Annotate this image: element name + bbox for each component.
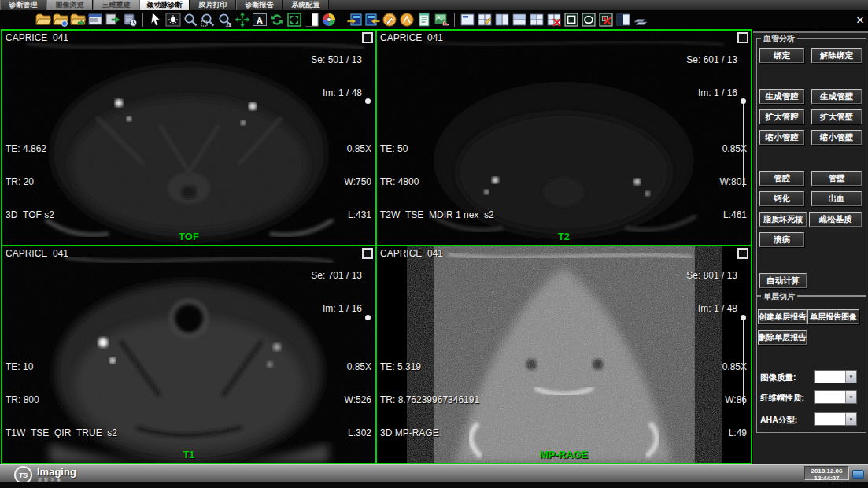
roi-remove-icon[interactable] [598,12,614,28]
generate-wall-button[interactable]: 生成管壁 [811,89,862,104]
toolbar: x2A [0,10,868,28]
series-info: Se: 701 / 13 Im: 1 / 16 [311,248,362,336]
image-label: Im: 1 / 16 [311,303,362,314]
image-quality-select[interactable]: ▼ [814,370,857,383]
hemorrhage-button[interactable]: 出血 [811,191,862,206]
fit-screen-icon[interactable] [286,12,302,28]
viewport-checkbox[interactable] [737,32,748,43]
measure-angle-icon[interactable] [399,12,415,28]
series-info: Se: 601 / 13 Im: 1 / 16 [686,32,737,120]
chevron-down-icon[interactable]: ▼ [845,371,856,383]
tab-film-print[interactable]: 胶片打印 [190,0,236,10]
unbind-button[interactable]: 解除绑定 [811,48,862,63]
worklist-icon[interactable] [87,12,103,28]
svg-text:x2: x2 [226,22,232,28]
layout-vertical-icon[interactable] [494,12,510,28]
viewport-t2[interactable]: CAPRICE 041 Se: 601 / 13 Im: 1 / 16 TE: … [377,31,751,245]
aha-type-value [815,413,845,425]
delete-slice-report-button[interactable]: 删除单层报告 [758,330,807,345]
roi-rect-icon[interactable] [563,12,579,28]
layout-split-icon[interactable] [615,12,631,28]
ulcer-button[interactable]: 溃疡 [759,232,804,247]
series-info: Se: 801 / 13 Im: 1 / 48 [686,248,737,336]
svg-text:A: A [257,15,263,24]
folder-patient-icon[interactable] [53,12,68,28]
measure-length-icon[interactable] [382,12,397,28]
layout-single-icon[interactable] [460,12,475,28]
invert-icon[interactable] [304,12,319,28]
import-series-icon[interactable] [347,12,363,28]
zoom-2x-icon[interactable]: x2 [217,12,233,28]
loose-matrix-button[interactable]: 疏松基质 [809,212,862,227]
create-slice-report-button[interactable]: 创建单层报告 [758,309,807,324]
layout-remove-icon[interactable] [546,12,562,28]
generate-lumen-button[interactable]: 生成管腔 [759,89,804,104]
calcification-button[interactable]: 钙化 [759,191,804,206]
single-slice-group: 单层切片 创建单层报告 单层报告图像 删除单层报告 图像质量: ▼ 纤维帽性质:… [756,296,866,433]
report-icon[interactable] [416,12,432,28]
image-scroll-slider[interactable] [743,318,744,405]
viewport-checkbox[interactable] [362,248,373,259]
fibrous-cap-select[interactable]: ▼ [814,390,857,404]
viewport-tof[interactable]: CAPRICE 041 Se: 501 / 13 Im: 1 / 48 TE: … [2,31,375,245]
chevron-down-icon[interactable]: ▼ [845,413,856,425]
export-patient-icon[interactable] [105,12,120,28]
viewport-checkbox[interactable] [362,32,373,43]
annotation-icon[interactable]: A [252,12,268,28]
toolbar-separator [142,13,143,27]
image-scroll-slider[interactable] [368,318,368,405]
wall-button[interactable]: 管壁 [811,171,862,186]
export-series-icon[interactable] [364,12,380,28]
auto-calculate-button[interactable]: 自动计算 [759,273,807,288]
folder-import-icon[interactable] [70,12,86,28]
chevron-down-icon[interactable]: ▼ [845,391,856,403]
film-icon[interactable] [633,12,648,28]
aha-type-select[interactable]: ▼ [814,412,857,426]
lipid-core-button[interactable]: 脂质坏死核 [759,212,807,227]
tab-image-browse[interactable]: 图像浏览 [46,0,93,10]
tab-diagnosis-report[interactable]: 诊断报告 [236,0,283,10]
expand-wall-button[interactable]: 扩大管壁 [811,109,862,124]
image-quality-value [815,371,845,383]
tab-system-config[interactable]: 系统配置 [283,0,329,10]
language-indicator-icon[interactable] [852,470,864,479]
expand-lumen-button[interactable]: 扩大管腔 [759,109,804,124]
series-label: Se: 601 / 13 [686,54,737,65]
layout-horizontal-icon[interactable] [512,12,527,28]
sequence-label: T2W_TSE_MDIR 1 nex s2 [380,209,494,220]
cursor-icon[interactable] [148,12,164,28]
refresh-icon[interactable] [269,12,285,28]
te-label: TE: 4.862 [6,143,54,154]
tab-carotid-diagnosis[interactable]: 颈动脉诊断 [139,0,190,10]
pan-icon[interactable] [235,12,250,28]
viewport-checkbox[interactable] [737,248,748,259]
viewport-t1[interactable]: CAPRICE 041 Se: 701 / 13 Im: 1 / 16 TE: … [2,246,375,463]
patient-label: CAPRICE 041 [6,248,68,259]
shrink-wall-button[interactable]: 缩小管壁 [811,130,862,145]
tab-diagnosis-management[interactable]: 诊断管理 [0,0,46,10]
tab-3d-reconstruction[interactable]: 三维重建 [93,0,139,10]
lumen-button[interactable]: 管腔 [759,171,804,186]
acquisition-info: TE: 10 TR: 800 T1W_TSE_QIR_TRUE s2 [6,339,117,460]
layout-edit-icon[interactable] [477,12,493,28]
bind-button[interactable]: 绑定 [759,48,804,63]
status-bar: TS Imaging 清影华康 2018.12.06 12:44:07 [0,464,868,482]
shrink-lumen-button[interactable]: 缩小管腔 [759,130,804,145]
image-scroll-slider[interactable] [368,102,368,187]
viewport-mprage[interactable]: CAPRICE 041 Se: 801 / 13 Im: 1 / 48 TE: … [377,246,751,463]
image-scroll-slider[interactable] [743,102,744,187]
layout-2x2-icon[interactable] [529,12,545,28]
roi-ellipse-icon[interactable] [581,12,597,28]
archive-icon[interactable] [122,12,138,28]
folder-open-icon[interactable] [35,12,51,28]
toolbar-separator [454,13,455,27]
save-image-icon[interactable] [434,12,449,28]
window-level-icon[interactable] [165,12,181,28]
close-icon[interactable]: × [853,13,867,28]
viewport-grid: CAPRICE 041 Se: 501 / 13 Im: 1 / 48 TE: … [1,29,752,464]
palette-icon[interactable] [321,12,337,28]
zoom-icon[interactable] [183,12,198,28]
zoom-region-icon[interactable] [200,12,216,28]
slice-report-image-button[interactable]: 单层报告图像 [807,309,859,324]
vessel-analysis-group: 血管分析 绑定 解除绑定 生成管腔 生成管壁 扩大管腔 扩大管壁 缩小管腔 缩小… [756,38,866,296]
